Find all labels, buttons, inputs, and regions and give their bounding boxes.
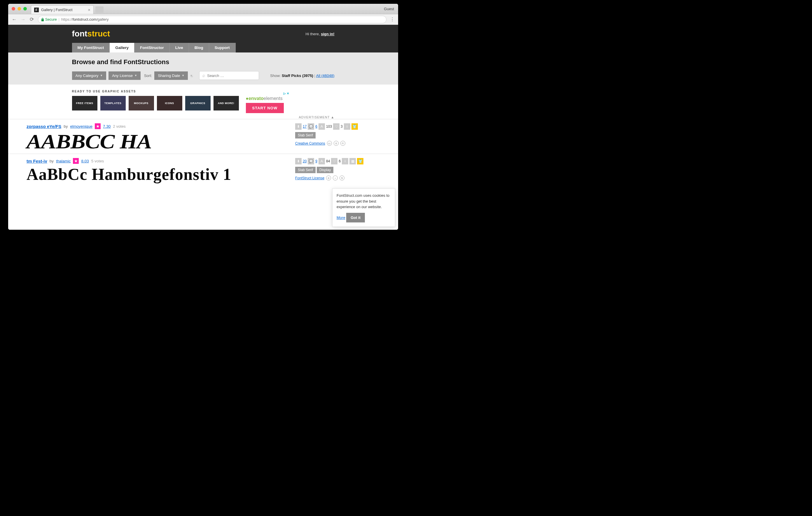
browser-menu-icon[interactable]: ⋮ [390, 17, 395, 22]
cookie-accept-button[interactable]: Got it [346, 213, 365, 223]
sort-dropdown[interactable]: Sharing Date▼ [154, 71, 188, 80]
signin-area: Hi there, sign in! [306, 32, 335, 36]
downloads-count[interactable]: 20 [303, 159, 307, 163]
shirt-icon[interactable]: 👕 [357, 158, 364, 164]
logo[interactable]: fontstruct [72, 29, 110, 38]
show-label: Show: [270, 73, 281, 78]
traffic-lights [12, 7, 27, 10]
main-nav: My FontStruct Gallery FontStructor Live … [72, 43, 335, 53]
show-staff-picks[interactable]: Staff Picks (3975) [282, 73, 313, 78]
download-icon: ⬇ [295, 158, 301, 164]
star-icon: ★ [95, 123, 100, 129]
tag[interactable]: Slab Serif [295, 167, 316, 173]
nav-support[interactable]: Support [209, 43, 236, 53]
tab-title: Gallery | FontStruct [41, 8, 72, 12]
comments-count[interactable]: 6 [315, 124, 317, 128]
comments-count[interactable]: 9 [315, 159, 317, 163]
glyphs-icon: A [319, 158, 325, 164]
download-icon: ⬇ [295, 123, 301, 130]
by-label: by [50, 159, 54, 163]
font-listing: MBURG zorpasso eYe/FS by elmoyenique ★ 7… [8, 119, 398, 154]
nav-blog[interactable]: Blog [189, 43, 209, 53]
font-meta: ⬇20 💬9 A84 ♡6 i ▦ 👕 Slab Serif Display F… [295, 158, 380, 180]
cc-icon: cc [327, 141, 332, 146]
show-filter: Show: Staff Picks (3975) | All (46048) [270, 73, 334, 78]
filter-category[interactable]: Any Category▼ [72, 71, 107, 80]
downloads-count[interactable]: 17 [303, 124, 307, 128]
search-box[interactable]: ⌕ [199, 71, 259, 80]
cookie-banner: FontStruct.com uses cookies to ensure yo… [332, 188, 395, 227]
rating-link[interactable]: 7.30 [103, 124, 111, 128]
url-text: https://fontstruct.com/gallery [61, 17, 109, 22]
filter-row: Any Category▼ Any License▼ Sort: Sharing… [72, 71, 335, 80]
comment-icon: 💬 [308, 123, 314, 130]
back-button[interactable]: ← [12, 17, 17, 23]
license-link[interactable]: Creative Commons [295, 142, 325, 146]
rating-link[interactable]: 8.03 [81, 159, 89, 163]
address-bar[interactable]: Secure | https://fontstruct.com/gallery [38, 16, 386, 23]
show-all-link[interactable]: All (46048) [316, 73, 335, 78]
subheader: Browse and find FontStructions Any Categ… [8, 53, 398, 85]
ad-tile[interactable]: MOCKUPS [128, 96, 154, 111]
nav-gallery[interactable]: Gallery [110, 43, 135, 53]
search-input[interactable] [207, 73, 256, 78]
ad-title: READY TO USE GRAPHIC ASSETS [72, 90, 335, 93]
reload-button[interactable]: ⟳ [29, 16, 34, 23]
nav-fontstructor[interactable]: FontStructor [135, 43, 170, 53]
tab-bar: F Gallery | FontStruct × Guest [8, 4, 398, 14]
minimize-window[interactable] [18, 7, 21, 10]
cc-nd-icon: $ [340, 176, 344, 180]
license-link[interactable]: FontStruct License [295, 176, 324, 180]
sort-label: Sort: [144, 73, 152, 78]
ad-disclosure[interactable]: ADVERTISEMENT ▲ [72, 116, 335, 119]
greeting-text: Hi there, [306, 32, 321, 36]
profile-label[interactable]: Guest [384, 7, 394, 11]
adchoices-icon[interactable]: ▷ ✕ [284, 92, 289, 95]
secure-text: Secure [45, 18, 57, 22]
ad-section: READY TO USE GRAPHIC ASSETS FREE ITEMS T… [72, 90, 335, 119]
ad-tile[interactable]: ICONS [157, 96, 182, 111]
search-icon: ⌕ [202, 73, 205, 78]
comment-icon: 💬 [308, 158, 314, 164]
author-link[interactable]: elmoyenique [70, 124, 92, 128]
ad-tile[interactable]: TEMPLATES [100, 96, 126, 111]
shirt-icon[interactable]: 👕 [351, 123, 358, 130]
browser-tab[interactable]: F Gallery | FontStruct × [31, 5, 94, 14]
favs-count: 3 [341, 124, 343, 128]
author-link[interactable]: thalamic [56, 159, 70, 163]
sort-direction[interactable]: ↑↓ [190, 73, 193, 78]
new-tab-button[interactable] [95, 6, 104, 13]
ad-tile[interactable]: FREE ITEMS [72, 96, 97, 111]
close-window[interactable] [12, 7, 15, 10]
ad-tile[interactable]: GRAPHICS [185, 96, 210, 111]
tag[interactable]: Slab Serif [295, 132, 316, 139]
leaf-icon: ● [246, 96, 249, 101]
font-title-link[interactable]: tm Fest-iv [27, 159, 47, 163]
cookie-more-link[interactable]: More [337, 215, 345, 220]
nav-my-fontstruct[interactable]: My FontStruct [72, 43, 110, 53]
chevron-down-icon: ▼ [135, 74, 137, 77]
ad-cta-button[interactable]: START NOW [246, 103, 284, 113]
maximize-window[interactable] [23, 7, 27, 10]
info-icon[interactable]: i [344, 123, 350, 130]
forward-button[interactable]: → [21, 17, 26, 23]
lock-icon [41, 18, 44, 21]
filter-license[interactable]: Any License▼ [109, 71, 141, 80]
logo-part-2: struct [87, 29, 110, 38]
grid-icon[interactable]: ▦ [349, 158, 356, 164]
ad-tile[interactable]: AND MORE! [213, 96, 239, 111]
font-title-link[interactable]: zorpasso eYe/FS [27, 124, 61, 129]
tag[interactable]: Display [317, 167, 334, 173]
page-title: Browse and find FontStructions [72, 58, 335, 66]
signin-link[interactable]: sign in! [321, 32, 334, 36]
nav-live[interactable]: Live [170, 43, 189, 53]
glyphs-icon: A [319, 123, 325, 130]
close-tab-icon[interactable]: × [88, 7, 90, 12]
site-header: fontstruct Hi there, sign in! My FontStr… [8, 25, 398, 53]
heart-icon: ♡ [333, 123, 340, 130]
ad-brand: ●envatoelements ▷ ✕ [246, 96, 284, 101]
cc-nc-icon: = [333, 176, 338, 180]
info-icon[interactable]: i [342, 158, 348, 164]
glyphs-count: 103 [326, 124, 332, 128]
browser-window: F Gallery | FontStruct × Guest ← → ⟳ Sec… [8, 4, 398, 230]
